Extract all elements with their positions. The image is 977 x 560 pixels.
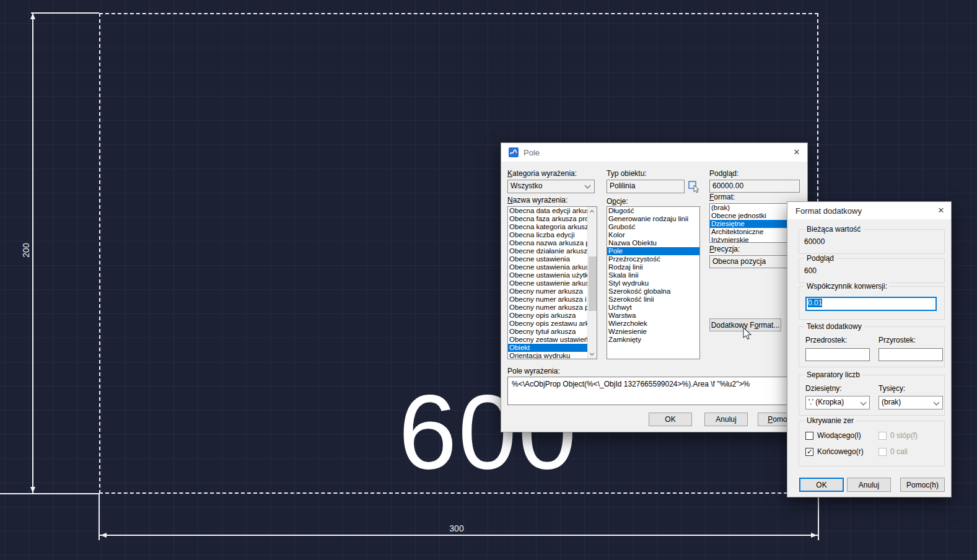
dim-arrow-up: [30, 13, 35, 19]
help-button[interactable]: Pomoc(h): [900, 478, 945, 492]
dimension-line-vertical[interactable]: [32, 13, 33, 494]
suffix-input[interactable]: [878, 348, 943, 361]
additional-format-title: Format dodatkowy: [795, 206, 862, 216]
category-dropdown[interactable]: Wszystko: [507, 180, 595, 193]
preview-field: 60000.00: [709, 180, 800, 193]
list-item[interactable]: Pole: [607, 247, 699, 255]
list-item[interactable]: Obecny numer arkusza: [508, 287, 587, 295]
decimal-separator-label: Dziesiętny:: [805, 384, 842, 393]
number-separators-group: Separatory liczb Dziesiętny: Tysięcy: '.…: [799, 375, 945, 416]
checkbox-checked-icon: [805, 448, 813, 456]
list-item[interactable]: Generowanie rodzaju linii: [607, 215, 699, 223]
list-item[interactable]: Obecny tytuł arkusza: [508, 328, 587, 336]
list-item[interactable]: Warstwa: [607, 312, 699, 320]
list-item[interactable]: Obecny zestaw ustawień u: [508, 336, 587, 344]
field-names-list[interactable]: Obecna data edycji arkuszObecna faza ark…: [507, 206, 597, 359]
list-item[interactable]: Obecne jednostki: [710, 212, 799, 220]
field-dialog-titlebar[interactable]: Pole ✕: [501, 143, 807, 162]
additional-text-group: Tekst dodatkowy Przedrostek: Przyrostek:: [799, 326, 945, 367]
scroll-down-button[interactable]: [588, 349, 597, 359]
list-item[interactable]: Dziesiętne: [710, 220, 799, 228]
dimension-text-300[interactable]: 300: [438, 523, 475, 533]
dim-arrow-down: [30, 487, 35, 493]
list-item[interactable]: Obecny opis zestawu arku: [508, 320, 587, 328]
list-item[interactable]: Obecny opis arkusza: [508, 312, 587, 320]
scrollbar-thumb[interactable]: [589, 256, 597, 311]
list-item[interactable]: Kolor: [607, 231, 699, 239]
additional-format-titlebar[interactable]: Format dodatkowy ✕: [787, 202, 951, 219]
list-item[interactable]: Obecne ustawienia użytko: [508, 271, 587, 279]
current-value-group: Bieżąca wartość 60000: [799, 229, 945, 254]
list-item[interactable]: Długość: [607, 207, 699, 215]
chevron-down-icon: [861, 400, 867, 406]
preview-group: Podgląd 600: [799, 258, 945, 283]
autocad-drawing-area: 200 300 600 Pole ✕ Kategoria wyrażenia: …: [0, 0, 977, 560]
list-item[interactable]: Obecna nazwa arkusza pro: [508, 239, 587, 247]
list-item[interactable]: Obecne ustawienia: [508, 255, 587, 263]
scrollbar[interactable]: [587, 207, 597, 359]
ok-button[interactable]: OK: [649, 413, 692, 426]
dim-arrow-right: [811, 533, 817, 538]
list-item[interactable]: Rodzaj linii: [607, 263, 699, 271]
prefix-label: Przedrostek:: [805, 336, 847, 344]
list-item[interactable]: Zamknięty: [607, 336, 699, 344]
list-item[interactable]: Orientacja wydruku: [508, 352, 587, 359]
list-item[interactable]: Obecna kategoria arkusza: [508, 223, 587, 231]
object-type-field[interactable]: Polilinia: [607, 180, 685, 193]
list-item[interactable]: Wierzchołek: [607, 320, 699, 328]
checkbox-icon: [805, 432, 813, 440]
cancel-button[interactable]: Anuluj: [704, 413, 748, 426]
category-label: Kategoria wyrażenia:: [507, 169, 577, 178]
extension-line-left: [99, 494, 100, 540]
cancel-button[interactable]: Anuluj: [847, 478, 891, 492]
dimension-line-horizontal[interactable]: [99, 535, 818, 536]
preview-value: 600: [804, 266, 817, 275]
list-item[interactable]: (brak): [710, 204, 799, 212]
preview-label: Podgląd:: [709, 169, 738, 178]
format-label: Format:: [709, 193, 735, 201]
list-item[interactable]: Obecna data edycji arkusz: [508, 207, 587, 215]
decimal-separator-dropdown[interactable]: '.' (Kropka): [805, 396, 870, 409]
thousands-separator-dropdown[interactable]: (brak): [878, 396, 943, 409]
dimension-text-200[interactable]: 200: [21, 235, 31, 265]
object-type-label: Typ obiektu:: [607, 169, 647, 178]
list-item[interactable]: Obecne ustawienia arkusza: [508, 263, 587, 271]
list-item[interactable]: Obecna faza arkusza proje: [508, 215, 587, 223]
zero-suppression-group: Ukrywanie zer Wiodącego(l) 0 stóp(f) Koń…: [799, 421, 945, 466]
list-item[interactable]: Obecne działanie arkusza: [508, 247, 587, 255]
list-item[interactable]: Obecna liczba edycji: [508, 231, 587, 239]
options-list[interactable]: DługośćGenerowanie rodzaju liniiGrubośćK…: [607, 206, 700, 359]
field-dialog-title: Pole: [524, 148, 540, 157]
list-item[interactable]: Obecny numer arkusza i ty: [508, 295, 587, 304]
trailing-zero-checkbox[interactable]: Końcowego(r): [805, 447, 864, 456]
list-item[interactable]: Szerokość linii: [607, 295, 699, 304]
list-item[interactable]: Obecny numer arkusza pro: [508, 304, 587, 312]
list-item[interactable]: Nazwa Obiektu: [607, 239, 699, 247]
list-item[interactable]: Inżynierskie: [710, 236, 799, 243]
close-icon[interactable]: ✕: [931, 202, 951, 219]
close-icon[interactable]: ✕: [786, 143, 807, 162]
list-item[interactable]: Skala linii: [607, 271, 699, 279]
select-object-button[interactable]: [687, 180, 701, 193]
chevron-down-icon: [934, 400, 940, 406]
list-item[interactable]: Szerokość globalna: [607, 287, 699, 295]
conversion-factor-group: Współczynnik konwersji: 0.01: [799, 286, 945, 320]
suffix-label: Przyrostek:: [878, 336, 916, 344]
precision-label: Precyzja:: [709, 245, 740, 253]
list-item[interactable]: Obiekt: [508, 344, 587, 352]
conversion-factor-input[interactable]: 0.01: [805, 297, 937, 311]
extension-line-top: [31, 12, 99, 14]
list-item[interactable]: Grubość: [607, 223, 699, 231]
scroll-up-button[interactable]: [588, 207, 597, 216]
list-item[interactable]: Obecne ustawienie arkusz: [508, 279, 587, 287]
field-expression-box[interactable]: %<\AcObjProp Object(%<\_ObjId 1327665599…: [507, 377, 802, 405]
list-item[interactable]: Styl wydruku: [607, 279, 699, 287]
leading-zero-checkbox[interactable]: Wiodącego(l): [805, 431, 861, 440]
zero-inches-checkbox: 0 cali: [878, 447, 908, 456]
list-item[interactable]: Przeźroczystość: [607, 255, 699, 263]
list-item[interactable]: Uchwyt: [607, 304, 699, 312]
list-item[interactable]: Wzniesienie: [607, 328, 699, 336]
ok-button[interactable]: OK: [799, 478, 844, 492]
list-item[interactable]: Architektoniczne: [710, 228, 799, 236]
prefix-input[interactable]: [805, 348, 870, 361]
